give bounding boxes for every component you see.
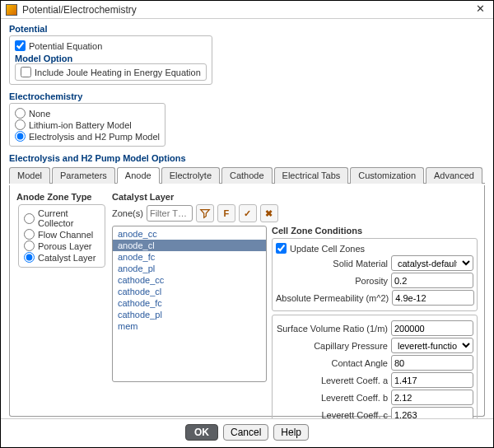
zones-label: Zone(s) (112, 208, 143, 218)
tab-anode[interactable]: Anode (117, 167, 160, 184)
tab-customization[interactable]: Customization (350, 167, 424, 184)
ec-radio-none-label: None (29, 109, 50, 119)
tab-electrical-tabs[interactable]: Electrical Tabs (274, 167, 349, 184)
solid-material-label: Solid Material (276, 259, 388, 268)
porosity-label: Porosity (276, 276, 388, 286)
capillary-label: Capillary Pressure (276, 341, 388, 351)
ec-radio-electrolysis[interactable] (15, 131, 26, 142)
update-cell-zones-label: Update Cell Zones (290, 244, 365, 254)
abs-perm-input[interactable] (392, 290, 474, 306)
azt-label-fc: Flow Channel (38, 230, 93, 240)
deselect-icon[interactable]: ✖ (260, 204, 278, 222)
potential-equation-label: Potential Equation (29, 41, 102, 51)
close-icon[interactable]: ✕ (472, 3, 488, 16)
list-item[interactable]: cathode_pl (113, 309, 266, 320)
tab-model[interactable]: Model (9, 167, 50, 184)
tab-parameters[interactable]: Parameters (52, 167, 115, 184)
model-option-heading: Model Option (15, 54, 207, 63)
tab-cathode[interactable]: Cathode (221, 167, 273, 184)
list-item[interactable]: anode_pl (113, 263, 266, 274)
window-title: Potential/Electrochemistry (22, 4, 137, 16)
azt-label-pl: Porous Layer (38, 241, 91, 251)
eopts-heading: Electrolysis and H2 Pump Model Options (9, 153, 485, 163)
lev-b-input[interactable] (391, 390, 473, 405)
ec-radio-none[interactable] (15, 108, 26, 119)
filter-icon[interactable] (196, 204, 214, 222)
cellzone-heading: Cell Zone Conditions (272, 226, 478, 236)
azt-radio-porous-layer[interactable] (24, 240, 35, 251)
update-cell-zones-checkbox[interactable] (276, 243, 287, 254)
azt-label-cl: Catalyst Layer (38, 253, 96, 263)
lev-b-label: Leverett Coeff. b (276, 393, 388, 403)
anode-zone-type-heading: Anode Zone Type (16, 192, 107, 202)
solid-material-select[interactable]: catalyst-default (391, 255, 473, 271)
list-item[interactable]: mem (113, 320, 266, 332)
azt-label-cc: Current Collector (38, 208, 100, 228)
cancel-button[interactable]: Cancel (223, 424, 268, 441)
zones-filter-input[interactable] (147, 205, 193, 222)
ec-radio-electrolysis-label: Electrolysis and H2 Pump Model (29, 132, 160, 142)
contact-angle-label: Contact Angle (276, 358, 388, 368)
list-item[interactable]: anode_fc (113, 251, 266, 263)
joule-heating-checkbox[interactable] (21, 67, 31, 77)
azt-radio-current-collector[interactable] (24, 213, 35, 224)
ok-button[interactable]: OK (185, 424, 218, 441)
list-item[interactable]: anode_cl (113, 240, 266, 251)
potential-equation-checkbox[interactable] (15, 40, 26, 51)
list-item[interactable]: cathode_cl (113, 286, 266, 297)
abs-perm-label: Absolute Permeability (m^2) (276, 293, 389, 303)
electrochem-heading: Electrochemistry (9, 91, 485, 101)
catalyst-heading: Catalyst Layer (112, 192, 478, 202)
zones-listbox[interactable]: anode_cc anode_cl anode_fc anode_pl cath… (112, 226, 267, 382)
svr-input[interactable] (391, 320, 473, 336)
list-item[interactable]: cathode_cc (113, 274, 266, 286)
list-item[interactable]: anode_cc (113, 228, 266, 240)
ec-radio-liion-label: Lithium-ion Battery Model (29, 120, 132, 130)
list-item[interactable]: cathode_fc (113, 297, 266, 309)
potential-heading: Potential (9, 24, 485, 34)
lev-c-input[interactable] (391, 407, 473, 418)
lev-a-label: Leverett Coeff. a (276, 376, 388, 385)
contact-angle-input[interactable] (391, 355, 473, 371)
tab-advanced[interactable]: Advanced (426, 167, 482, 184)
ec-radio-liion[interactable] (15, 119, 26, 130)
tab-electrolyte[interactable]: Electrolyte (161, 167, 220, 184)
svr-label: Surface Volume Ratio (1/m) (276, 324, 388, 334)
select-all-icon[interactable]: ✓ (239, 204, 257, 222)
app-icon (6, 4, 17, 16)
joule-heating-label: Include Joule Heating in Energy Equation (35, 68, 201, 77)
lev-c-label: Leverett Coeff. c (276, 410, 388, 419)
help-button[interactable]: Help (273, 424, 309, 441)
azt-radio-flow-channel[interactable] (24, 229, 35, 240)
capillary-select[interactable]: leverett-function (391, 338, 473, 353)
porosity-input[interactable] (391, 273, 473, 288)
select-matching-icon[interactable]: F (217, 204, 235, 222)
tabs: Model Parameters Anode Electrolyte Catho… (9, 166, 485, 184)
azt-radio-catalyst-layer[interactable] (24, 252, 35, 263)
lev-a-input[interactable] (391, 372, 473, 388)
